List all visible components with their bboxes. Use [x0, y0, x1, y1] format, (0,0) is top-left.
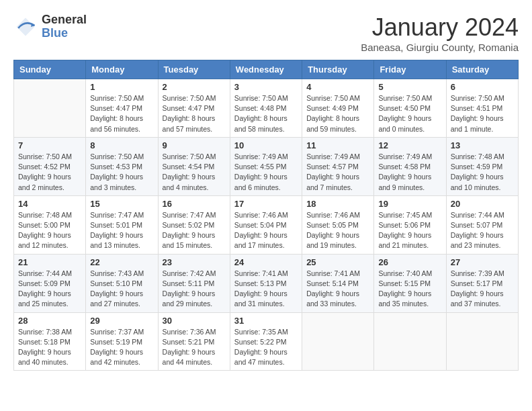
day-info: Sunrise: 7:35 AM Sunset: 5:22 PM Dayligh…: [234, 327, 298, 368]
day-number: 16: [163, 199, 226, 209]
calendar-cell: 30Sunrise: 7:36 AM Sunset: 5:21 PM Dayli…: [158, 312, 230, 371]
calendar-cell: 20Sunrise: 7:44 AM Sunset: 5:07 PM Dayli…: [446, 195, 518, 254]
calendar-cell: 27Sunrise: 7:39 AM Sunset: 5:17 PM Dayli…: [446, 254, 518, 312]
day-number: 18: [306, 199, 369, 209]
day-info: Sunrise: 7:50 AM Sunset: 4:54 PM Dayligh…: [163, 152, 226, 193]
calendar-week-row: 21Sunrise: 7:44 AM Sunset: 5:09 PM Dayli…: [14, 254, 519, 312]
day-info: Sunrise: 7:50 AM Sunset: 4:48 PM Dayligh…: [234, 93, 298, 134]
calendar-cell: 22Sunrise: 7:43 AM Sunset: 5:10 PM Dayli…: [86, 254, 158, 312]
day-info: Sunrise: 7:48 AM Sunset: 5:00 PM Dayligh…: [18, 210, 81, 251]
calendar-week-row: 1Sunrise: 7:50 AM Sunset: 4:47 PM Daylig…: [14, 79, 519, 138]
calendar-cell: 19Sunrise: 7:45 AM Sunset: 5:06 PM Dayli…: [374, 195, 446, 254]
day-info: Sunrise: 7:49 AM Sunset: 4:57 PM Dayligh…: [306, 152, 369, 193]
day-info: Sunrise: 7:39 AM Sunset: 5:17 PM Dayligh…: [451, 269, 514, 310]
day-info: Sunrise: 7:50 AM Sunset: 4:53 PM Dayligh…: [90, 152, 153, 193]
calendar-cell: 23Sunrise: 7:42 AM Sunset: 5:11 PM Dayli…: [158, 254, 230, 312]
column-header-sunday: Sunday: [14, 60, 86, 79]
calendar-cell: 12Sunrise: 7:49 AM Sunset: 4:58 PM Dayli…: [374, 137, 446, 195]
day-number: 22: [90, 257, 153, 267]
month-title: January 2024: [361, 13, 519, 42]
day-info: Sunrise: 7:41 AM Sunset: 5:13 PM Dayligh…: [234, 269, 298, 310]
calendar-cell: 17Sunrise: 7:46 AM Sunset: 5:04 PM Dayli…: [230, 195, 302, 254]
calendar-cell: 7Sunrise: 7:50 AM Sunset: 4:52 PM Daylig…: [14, 137, 86, 195]
calendar-cell: 8Sunrise: 7:50 AM Sunset: 4:53 PM Daylig…: [86, 137, 158, 195]
calendar-cell: [302, 312, 374, 371]
day-info: Sunrise: 7:49 AM Sunset: 4:58 PM Dayligh…: [378, 152, 441, 193]
calendar-cell: 15Sunrise: 7:47 AM Sunset: 5:01 PM Dayli…: [86, 195, 158, 254]
day-number: 29: [90, 316, 153, 326]
day-info: Sunrise: 7:38 AM Sunset: 5:18 PM Dayligh…: [18, 327, 81, 368]
column-header-friday: Friday: [374, 60, 446, 79]
day-number: 2: [163, 82, 226, 92]
day-info: Sunrise: 7:41 AM Sunset: 5:14 PM Dayligh…: [306, 269, 369, 310]
column-header-wednesday: Wednesday: [230, 60, 302, 79]
day-number: 19: [378, 199, 441, 209]
day-number: 26: [378, 257, 441, 267]
day-number: 23: [163, 257, 226, 267]
location-subtitle: Baneasa, Giurgiu County, Romania: [361, 42, 519, 53]
day-info: Sunrise: 7:50 AM Sunset: 4:51 PM Dayligh…: [451, 93, 514, 134]
day-number: 28: [18, 316, 81, 326]
calendar-cell: 10Sunrise: 7:49 AM Sunset: 4:55 PM Dayli…: [230, 137, 302, 195]
calendar-header-row: SundayMondayTuesdayWednesdayThursdayFrid…: [14, 60, 519, 79]
logo: General Blue: [13, 13, 87, 40]
day-number: 10: [234, 140, 298, 150]
day-number: 17: [234, 199, 298, 209]
calendar-cell: 16Sunrise: 7:47 AM Sunset: 5:02 PM Dayli…: [158, 195, 230, 254]
day-info: Sunrise: 7:36 AM Sunset: 5:21 PM Dayligh…: [163, 327, 226, 368]
logo-blue-text: Blue: [42, 27, 87, 40]
day-info: Sunrise: 7:47 AM Sunset: 5:02 PM Dayligh…: [163, 210, 226, 251]
day-info: Sunrise: 7:46 AM Sunset: 5:04 PM Dayligh…: [234, 210, 298, 251]
day-info: Sunrise: 7:48 AM Sunset: 4:59 PM Dayligh…: [451, 152, 514, 193]
calendar-week-row: 14Sunrise: 7:48 AM Sunset: 5:00 PM Dayli…: [14, 195, 519, 254]
day-number: 30: [163, 316, 226, 326]
calendar-week-row: 7Sunrise: 7:50 AM Sunset: 4:52 PM Daylig…: [14, 137, 519, 195]
day-number: 8: [90, 140, 153, 150]
calendar-cell: 29Sunrise: 7:37 AM Sunset: 5:19 PM Dayli…: [86, 312, 158, 371]
day-number: 11: [306, 140, 369, 150]
column-header-tuesday: Tuesday: [158, 60, 230, 79]
calendar-cell: 24Sunrise: 7:41 AM Sunset: 5:13 PM Dayli…: [230, 254, 302, 312]
calendar-cell: 28Sunrise: 7:38 AM Sunset: 5:18 PM Dayli…: [14, 312, 86, 371]
day-number: 7: [18, 140, 81, 150]
day-info: Sunrise: 7:47 AM Sunset: 5:01 PM Dayligh…: [90, 210, 153, 251]
calendar-cell: 5Sunrise: 7:50 AM Sunset: 4:50 PM Daylig…: [374, 79, 446, 138]
day-number: 3: [234, 82, 298, 92]
title-block: January 2024 Baneasa, Giurgiu County, Ro…: [361, 13, 519, 53]
day-number: 24: [234, 257, 298, 267]
page-header: General Blue January 2024 Baneasa, Giurg…: [13, 13, 519, 53]
day-number: 1: [90, 82, 153, 92]
day-number: 15: [90, 199, 153, 209]
day-number: 25: [306, 257, 369, 267]
day-info: Sunrise: 7:37 AM Sunset: 5:19 PM Dayligh…: [90, 327, 153, 368]
day-info: Sunrise: 7:50 AM Sunset: 4:50 PM Dayligh…: [378, 93, 441, 134]
calendar-cell: [446, 312, 518, 371]
day-number: 31: [234, 316, 298, 326]
day-number: 9: [163, 140, 226, 150]
day-number: 12: [378, 140, 441, 150]
calendar-cell: 1Sunrise: 7:50 AM Sunset: 4:47 PM Daylig…: [86, 79, 158, 138]
calendar-week-row: 28Sunrise: 7:38 AM Sunset: 5:18 PM Dayli…: [14, 312, 519, 371]
column-header-monday: Monday: [86, 60, 158, 79]
logo-text: General Blue: [42, 13, 87, 40]
day-number: 4: [306, 82, 369, 92]
day-info: Sunrise: 7:49 AM Sunset: 4:55 PM Dayligh…: [234, 152, 298, 193]
column-header-thursday: Thursday: [302, 60, 374, 79]
calendar-cell: 21Sunrise: 7:44 AM Sunset: 5:09 PM Dayli…: [14, 254, 86, 312]
day-info: Sunrise: 7:50 AM Sunset: 4:47 PM Dayligh…: [90, 93, 153, 134]
day-info: Sunrise: 7:46 AM Sunset: 5:05 PM Dayligh…: [306, 210, 369, 251]
calendar-cell: 18Sunrise: 7:46 AM Sunset: 5:05 PM Dayli…: [302, 195, 374, 254]
day-info: Sunrise: 7:50 AM Sunset: 4:49 PM Dayligh…: [306, 93, 369, 134]
calendar-cell: 14Sunrise: 7:48 AM Sunset: 5:00 PM Dayli…: [14, 195, 86, 254]
calendar-table: SundayMondayTuesdayWednesdayThursdayFrid…: [13, 60, 519, 371]
day-info: Sunrise: 7:43 AM Sunset: 5:10 PM Dayligh…: [90, 269, 153, 310]
day-number: 21: [18, 257, 81, 267]
logo-general-text: General: [42, 13, 87, 27]
calendar-cell: 31Sunrise: 7:35 AM Sunset: 5:22 PM Dayli…: [230, 312, 302, 371]
calendar-cell: 25Sunrise: 7:41 AM Sunset: 5:14 PM Dayli…: [302, 254, 374, 312]
logo-icon: [13, 15, 38, 39]
calendar-cell: 9Sunrise: 7:50 AM Sunset: 4:54 PM Daylig…: [158, 137, 230, 195]
day-number: 27: [451, 257, 514, 267]
calendar-cell: 13Sunrise: 7:48 AM Sunset: 4:59 PM Dayli…: [446, 137, 518, 195]
calendar-cell: [14, 79, 86, 138]
